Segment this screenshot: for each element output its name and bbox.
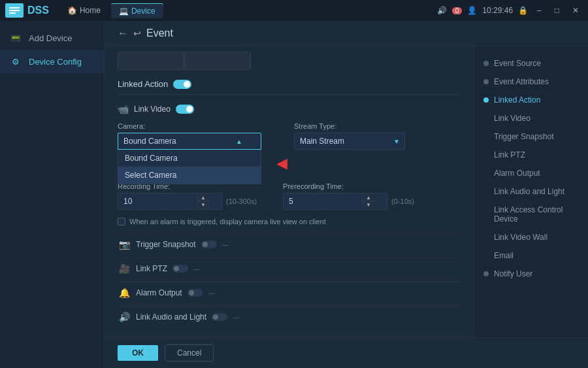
- user-icon: 👤: [467, 6, 477, 15]
- alarm-output-toggle[interactable]: [188, 289, 203, 297]
- prerecording-time-spinners: ▲ ▼: [362, 194, 374, 209]
- recording-time-spinners: ▲ ▼: [197, 194, 209, 209]
- top-tab-1-label: [131, 56, 171, 65]
- footer: OK Cancel: [105, 337, 588, 368]
- stream-type-wrapper: Main Stream Sub Stream ▼: [294, 133, 405, 150]
- right-nav-notify-user[interactable]: Notify User: [474, 265, 588, 283]
- app-logo: DSS: [27, 5, 49, 16]
- linked-action-toggle[interactable]: [173, 80, 191, 89]
- sidebar-item-device-config[interactable]: ⚙ Device Config: [0, 50, 104, 73]
- lock-icon: 🔒: [518, 6, 528, 15]
- right-nav-link-video-wall[interactable]: Link Video Wall: [474, 228, 588, 246]
- sidebar: 📟 Add Device ⚙ Device Config: [0, 21, 105, 368]
- clock: 10:29:46: [482, 6, 513, 15]
- right-nav-email[interactable]: Email: [474, 246, 588, 265]
- link-audio-light-section: 🔊 Link Audio and Light —: [118, 306, 461, 327]
- trigger-snapshot-indicator: —: [222, 241, 229, 248]
- right-sidebar: Event Source Event Attributes Linked Act…: [474, 46, 588, 337]
- camera-dropdown-arrow: ▲: [236, 138, 242, 145]
- right-nav-alarm-output[interactable]: Alarm Output: [474, 164, 588, 182]
- close-button[interactable]: ✕: [568, 5, 583, 16]
- camera-selected-value: Bound Camera: [123, 137, 176, 146]
- email-nav-label: Email: [494, 251, 514, 260]
- ok-button[interactable]: OK: [118, 345, 158, 361]
- add-device-icon: 📟: [9, 33, 22, 43]
- link-audio-light-nav-label: Link Audio and Light: [494, 187, 564, 196]
- prerecording-time-group: Prerecording Time: ▲ ▼ (0-10s): [283, 182, 414, 210]
- stream-type-label: Stream Type:: [294, 122, 405, 130]
- right-nav-trigger-snapshot[interactable]: Trigger Snapshot: [474, 127, 588, 146]
- camera-liveview-checkbox[interactable]: [118, 218, 125, 226]
- link-ptz-section: 🎥 Link PTZ —: [118, 258, 461, 279]
- link-video-nav-label: Link Video: [494, 114, 531, 123]
- recording-time-input-wrap: ▲ ▼: [118, 193, 222, 210]
- trigger-snapshot-toggle[interactable]: [201, 241, 217, 248]
- right-nav-link-audio-light[interactable]: Link Audio and Light: [474, 182, 588, 201]
- app-body: 📟 Add Device ⚙ Device Config ← ↩ Event: [0, 21, 588, 368]
- link-ptz-nav-label: Link PTZ: [494, 150, 525, 159]
- prerecording-time-down[interactable]: ▼: [363, 201, 374, 209]
- home-icon: 🏠: [67, 6, 77, 15]
- minimize-button[interactable]: –: [533, 5, 546, 16]
- top-tabs: [118, 46, 461, 70]
- stream-type-select[interactable]: Main Stream Sub Stream: [294, 133, 405, 150]
- page-title: Event: [146, 27, 173, 39]
- link-video-row: 📹 Link Video: [118, 104, 461, 114]
- recording-time-down[interactable]: ▼: [197, 201, 209, 209]
- link-ptz-toggle[interactable]: [172, 265, 188, 273]
- link-audio-light-toggle[interactable]: [212, 313, 227, 321]
- link-video-toggle[interactable]: [176, 105, 194, 114]
- top-tab-1[interactable]: [118, 52, 184, 70]
- right-nav-event-attributes[interactable]: Event Attributes: [474, 73, 588, 91]
- back-button[interactable]: ←: [118, 27, 128, 39]
- maximize-button[interactable]: □: [551, 5, 563, 16]
- volume-icon: 🔊: [437, 6, 447, 15]
- sidebar-item-add-device-label: Add Device: [29, 33, 72, 43]
- stream-type-field-group: Stream Type: Main Stream Sub Stream ▼: [294, 122, 405, 150]
- device-config-icon: ⚙: [9, 56, 22, 67]
- link-audio-light-icon: 🔊: [118, 312, 131, 322]
- right-nav-link-access-control[interactable]: Link Access Control Device: [474, 201, 588, 228]
- device-tab[interactable]: 💻 Device: [111, 3, 163, 18]
- linked-action-nav-label: Linked Action: [494, 95, 540, 105]
- right-nav-linked-action[interactable]: Linked Action: [474, 91, 588, 109]
- prerecording-time-input[interactable]: [284, 193, 362, 209]
- right-nav-event-source[interactable]: Event Source: [474, 54, 588, 73]
- sidebar-item-add-device[interactable]: 📟 Add Device: [0, 26, 104, 50]
- red-arrow-indicator: ◀: [276, 155, 287, 172]
- titlebar-right: 🔊 0 👤 10:29:46 🔒 – □ ✕: [437, 5, 583, 16]
- link-audio-light-label: Link Audio and Light: [136, 312, 206, 322]
- camera-liveview-checkbox-row[interactable]: When an alarm is triggered, display came…: [118, 218, 461, 226]
- volume-badge: 0: [452, 7, 463, 14]
- event-source-label: Event Source: [494, 59, 541, 68]
- alarm-output-nav-label: Alarm Output: [494, 169, 540, 178]
- camera-option-bound[interactable]: Bound Camera: [118, 150, 261, 167]
- camera-option-select[interactable]: Select Camera: [118, 167, 261, 184]
- device-icon: 💻: [119, 7, 129, 16]
- content-area: Linked Action 📹 Link Video Camera:: [105, 46, 588, 337]
- link-video-icon: 📹: [118, 104, 129, 114]
- camera-dropdown-list: Bound Camera Select Camera: [118, 150, 261, 184]
- prerecording-time-label: Prerecording Time:: [283, 182, 414, 190]
- right-nav-link-video[interactable]: Link Video: [474, 109, 588, 127]
- trigger-snapshot-section: 📷 Trigger Snapshot —: [118, 233, 461, 255]
- titlebar-tabs: 🏠 Home 💻 Device: [59, 3, 163, 18]
- recording-time-up[interactable]: ▲: [197, 194, 209, 201]
- prerecording-range-hint: (0-10s): [391, 197, 414, 205]
- event-source-dot: [483, 61, 489, 66]
- home-tab[interactable]: 🏠 Home: [59, 3, 108, 18]
- recording-time-input[interactable]: [118, 193, 197, 209]
- top-tab-2[interactable]: [184, 52, 251, 70]
- cancel-button[interactable]: Cancel: [165, 344, 214, 361]
- top-tab-2-label: [198, 56, 237, 65]
- time-fields-row: Recording Time: ▲ ▼ (10-300s): [118, 182, 461, 210]
- prerecording-time-input-wrap: ▲ ▼: [283, 193, 387, 210]
- camera-dropdown-trigger[interactable]: Bound Camera ▲: [118, 133, 261, 150]
- link-audio-light-indicator: —: [233, 314, 239, 321]
- event-attributes-dot: [483, 79, 489, 84]
- right-nav-link-ptz[interactable]: Link PTZ: [474, 146, 588, 164]
- prerecording-time-up[interactable]: ▲: [363, 194, 374, 201]
- link-access-control-nav-label: Link Access Control Device: [494, 205, 579, 224]
- camera-dropdown[interactable]: Bound Camera ▲ Bound Camera Select Camer…: [118, 133, 261, 150]
- form-panel: Linked Action 📹 Link Video Camera:: [105, 46, 474, 337]
